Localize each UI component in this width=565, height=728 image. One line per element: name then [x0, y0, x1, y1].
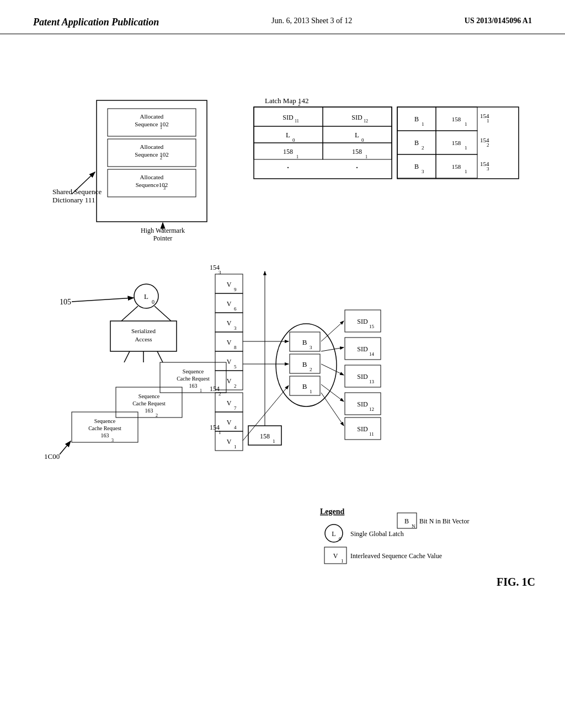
- svg-text:0: 0: [292, 137, 295, 143]
- svg-text:V: V: [227, 438, 232, 446]
- svg-text:FIG. 1C: FIG. 1C: [497, 576, 535, 588]
- svg-line-163: [321, 347, 344, 351]
- svg-text:1C00: 1C00: [44, 452, 60, 461]
- svg-text:1: 1: [296, 154, 299, 159]
- svg-text:2: 2: [234, 383, 237, 389]
- svg-text:158: 158: [452, 140, 461, 146]
- svg-text:SID: SID: [357, 345, 368, 353]
- svg-text:N: N: [412, 523, 415, 529]
- svg-text:Allocated: Allocated: [140, 113, 164, 120]
- svg-text:1: 1: [422, 121, 424, 127]
- svg-text:3: 3: [310, 345, 312, 350]
- svg-line-71: [72, 298, 134, 302]
- svg-text:Sequence: Sequence: [138, 393, 160, 399]
- svg-text:L: L: [286, 131, 290, 139]
- svg-text:3: 3: [163, 186, 166, 191]
- svg-text:12: 12: [369, 406, 374, 412]
- svg-text:5: 5: [234, 364, 237, 370]
- svg-text:Allocated: Allocated: [140, 174, 164, 180]
- svg-line-77: [124, 351, 130, 362]
- svg-text:1: 1: [465, 145, 467, 151]
- svg-text:3: 3: [234, 325, 237, 331]
- svg-text:163: 163: [145, 408, 153, 414]
- svg-line-162: [321, 321, 344, 341]
- svg-text:1: 1: [465, 121, 467, 127]
- svg-line-164: [321, 364, 344, 375]
- svg-text:Bit N in Bit Vector: Bit N in Bit Vector: [419, 517, 469, 525]
- svg-text:0: 0: [152, 299, 154, 305]
- svg-text:Cache Request: Cache Request: [177, 376, 210, 382]
- svg-text:Sequence: Sequence: [94, 418, 116, 424]
- svg-text:158: 158: [352, 148, 362, 156]
- svg-text:V: V: [227, 281, 232, 288]
- svg-text:2: 2: [298, 101, 301, 107]
- svg-text:·: ·: [356, 162, 359, 173]
- svg-text:11: 11: [295, 119, 299, 124]
- svg-line-166: [321, 393, 344, 426]
- svg-text:11: 11: [369, 431, 374, 437]
- svg-text:V: V: [227, 399, 232, 407]
- svg-text:1: 1: [487, 118, 489, 124]
- svg-text:1: 1: [341, 558, 344, 564]
- svg-text:L: L: [144, 292, 148, 301]
- svg-text:1: 1: [310, 389, 312, 394]
- svg-text:1: 1: [200, 388, 202, 393]
- patent-diagram: Shared Sequence Dictionary 111 Allocated…: [0, 34, 565, 713]
- svg-text:Interleaved Sequence Cache Val: Interleaved Sequence Cache Value: [350, 552, 442, 560]
- svg-line-72: [121, 306, 138, 321]
- svg-text:V: V: [227, 300, 232, 308]
- svg-text:158: 158: [283, 148, 293, 156]
- svg-text:Sequence 102: Sequence 102: [135, 121, 168, 127]
- svg-text:14: 14: [369, 351, 375, 357]
- svg-text:2: 2: [487, 142, 489, 148]
- svg-text:SID: SID: [357, 373, 368, 381]
- svg-text:Pointer: Pointer: [153, 234, 173, 242]
- svg-text:3: 3: [487, 166, 489, 172]
- svg-text:163: 163: [101, 432, 109, 438]
- svg-text:B: B: [302, 338, 307, 346]
- svg-line-96: [60, 441, 71, 454]
- svg-text:1: 1: [160, 125, 162, 130]
- svg-text:B: B: [302, 382, 307, 390]
- svg-text:12: 12: [364, 119, 368, 124]
- svg-text:3: 3: [111, 438, 114, 443]
- svg-text:1: 1: [365, 154, 367, 159]
- svg-text:Access: Access: [135, 336, 152, 342]
- svg-text:Sequence 102: Sequence 102: [135, 151, 168, 158]
- svg-text:8: 8: [234, 345, 237, 350]
- svg-text:Allocated: Allocated: [140, 143, 164, 150]
- svg-text:Dictionary 111: Dictionary 111: [52, 196, 95, 204]
- svg-text:V: V: [227, 339, 232, 346]
- svg-text:7: 7: [234, 405, 237, 411]
- svg-text:B: B: [302, 360, 307, 368]
- patent-number: US 2013/0145096 A1: [465, 17, 532, 25]
- svg-text:V: V: [227, 419, 232, 426]
- svg-text:2: 2: [156, 413, 158, 418]
- svg-text:2: 2: [422, 145, 424, 151]
- svg-text:1: 1: [465, 169, 467, 174]
- svg-text:Serialized: Serialized: [131, 328, 156, 334]
- svg-text:2: 2: [310, 367, 312, 372]
- sheet-info: Jun. 6, 2013 Sheet 3 of 12: [271, 17, 352, 25]
- svg-text:V: V: [227, 358, 232, 366]
- svg-text:B: B: [414, 115, 419, 123]
- page-header: Patent Application Publication Jun. 6, 2…: [0, 0, 565, 34]
- svg-text:105: 105: [60, 298, 71, 306]
- svg-text:0: 0: [361, 137, 364, 143]
- svg-text:158: 158: [452, 116, 461, 122]
- svg-text:0: 0: [339, 536, 342, 542]
- svg-text:Latch Map 142: Latch Map 142: [265, 97, 308, 105]
- svg-text:SID: SID: [282, 114, 294, 121]
- svg-text:163: 163: [189, 383, 198, 389]
- svg-text:·: ·: [287, 162, 290, 173]
- svg-text:B: B: [404, 517, 409, 525]
- svg-text:Sequence: Sequence: [183, 368, 204, 374]
- svg-text:1: 1: [234, 444, 237, 449]
- svg-text:SID: SID: [351, 114, 363, 121]
- publication-title: Patent Application Publication: [33, 17, 159, 28]
- svg-text:158: 158: [260, 432, 270, 440]
- svg-text:15: 15: [369, 324, 375, 329]
- svg-line-73: [154, 306, 171, 321]
- svg-text:13: 13: [369, 379, 375, 384]
- svg-text:Cache Request: Cache Request: [132, 400, 166, 406]
